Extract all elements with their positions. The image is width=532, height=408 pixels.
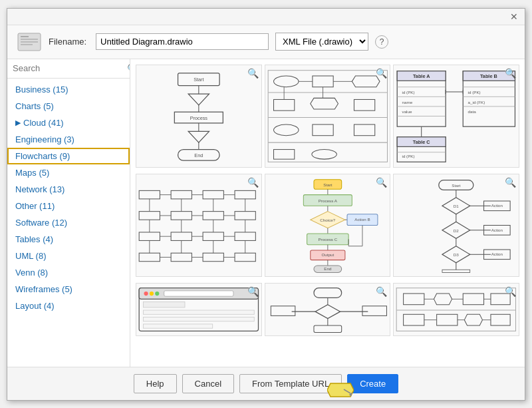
format-select[interactable]: XML File (.drawio) [275, 33, 368, 51]
svg-text:End: End [324, 266, 332, 271]
magnify-icon-5: 🔍 [376, 177, 387, 188]
template-thumb-9[interactable]: 🔍 [393, 283, 519, 336]
svg-rect-177 [404, 314, 424, 325]
magnify-icon-4: 🔍 [247, 177, 259, 188]
sidebar-item-engineering[interactable]: Engineering (3) [7, 131, 130, 148]
svg-point-151 [144, 291, 148, 295]
template-thumb-3[interactable]: 🔍 Table A id (PK) name value T [393, 65, 519, 168]
close-button[interactable]: ✕ [507, 11, 521, 22]
sidebar-item-venn[interactable]: Venn (8) [7, 264, 130, 281]
svg-text:a_id (FK): a_id (FK) [468, 99, 485, 104]
svg-rect-93 [139, 253, 160, 262]
svg-rect-156 [143, 310, 254, 314]
sidebar-item-business[interactable]: Business (15) [7, 81, 130, 98]
svg-text:Action: Action [491, 203, 503, 208]
svg-text:Process C: Process C [318, 237, 337, 242]
magnify-icon-7: 🔍 [247, 286, 259, 297]
template-thumb-2[interactable]: 🔍 [265, 65, 391, 168]
svg-marker-161 [315, 304, 340, 318]
filename-label: Filename: [49, 37, 86, 47]
cloud-arrow-icon: ▶ [15, 118, 21, 127]
svg-rect-155 [143, 302, 185, 307]
sidebar: 🔍 Business (15) Charts (5) ▶ Cloud (41) … [7, 59, 130, 367]
template-thumb-4[interactable]: 🔍 [136, 174, 262, 277]
sidebar-item-charts[interactable]: Charts (5) [7, 98, 130, 114]
svg-rect-71 [139, 211, 160, 220]
svg-rect-4 [21, 44, 33, 45]
template-thumb-1[interactable]: 🔍 Start Process End [136, 65, 262, 168]
svg-rect-180 [491, 314, 510, 325]
search-input[interactable] [13, 63, 124, 73]
sidebar-item-flowcharts[interactable]: Flowcharts (9) [7, 148, 130, 164]
svg-rect-26 [354, 99, 374, 110]
svg-rect-157 [143, 317, 254, 321]
svg-rect-3 [21, 41, 38, 43]
svg-rect-148 [442, 270, 470, 272]
svg-text:Process: Process [190, 114, 208, 120]
svg-rect-28 [313, 124, 333, 136]
svg-text:D3: D3 [454, 252, 460, 257]
sidebar-item-software[interactable]: Software (12) [7, 214, 130, 231]
svg-marker-179 [465, 314, 483, 325]
svg-rect-30 [273, 149, 294, 159]
filename-input[interactable] [96, 33, 269, 50]
svg-text:Action B: Action B [354, 217, 370, 222]
template-thumb-8[interactable]: 🔍 [265, 283, 391, 336]
sidebar-item-uml[interactable]: UML (8) [7, 248, 130, 264]
svg-rect-84 [203, 232, 223, 240]
svg-rect-159 [314, 288, 342, 298]
svg-point-152 [150, 291, 154, 295]
sidebar-item-layout[interactable]: Layout (4) [7, 298, 130, 314]
category-list: Business (15) Charts (5) ▶ Cloud (41) En… [7, 79, 130, 317]
svg-rect-168 [396, 288, 515, 331]
help-button[interactable]: Help [134, 374, 177, 393]
svg-rect-154 [164, 290, 233, 296]
svg-text:Action: Action [491, 252, 503, 256]
template-thumb-6[interactable]: 🔍 Start D1 Action D2 [393, 174, 519, 277]
svg-text:Start: Start [194, 77, 203, 83]
svg-rect-22 [313, 76, 333, 87]
sidebar-item-other[interactable]: Other (11) [7, 198, 130, 214]
cancel-button[interactable]: Cancel [182, 374, 234, 393]
svg-rect-170 [404, 294, 424, 305]
sidebar-item-cloud[interactable]: ▶ Cloud (41) [7, 114, 130, 131]
magnify-icon-3: 🔍 [505, 68, 516, 79]
dialog: ✕ Filename: XML File (.drawio) ? 🔍 Busin… [7, 8, 525, 401]
template-thumb-5[interactable]: 🔍 Start Process A Choice? [265, 174, 391, 277]
sidebar-item-wireframes[interactable]: Wireframes (5) [7, 281, 130, 298]
svg-text:Choice?: Choice? [320, 218, 335, 222]
svg-rect-83 [171, 232, 192, 240]
svg-rect-167 [271, 306, 295, 315]
from-template-url-button[interactable]: From Template URL [239, 374, 342, 393]
magnify-icon-2: 🔍 [376, 68, 387, 79]
svg-text:id (PK): id (PK) [402, 154, 415, 158]
svg-rect-85 [235, 232, 255, 240]
svg-text:name: name [402, 99, 413, 104]
title-bar: ✕ [7, 9, 525, 25]
svg-rect-178 [437, 314, 458, 325]
sidebar-item-tables[interactable]: Tables (4) [7, 231, 130, 248]
search-box: 🔍 [7, 59, 130, 79]
svg-rect-64 [139, 190, 160, 199]
create-button-hint: Create [347, 374, 398, 393]
svg-rect-158 [143, 323, 212, 327]
svg-text:data: data [468, 109, 477, 114]
footer: Help Cancel From Template URL Create [7, 367, 525, 400]
sidebar-item-network[interactable]: Network (13) [7, 181, 130, 198]
magnify-icon-1: 🔍 [247, 68, 259, 79]
svg-rect-29 [354, 124, 374, 136]
create-button[interactable]: Create [347, 374, 398, 393]
svg-rect-172 [464, 294, 484, 305]
svg-marker-171 [434, 294, 452, 305]
svg-rect-72 [171, 211, 192, 220]
template-thumb-7[interactable]: 🔍 [136, 283, 262, 336]
svg-point-31 [312, 149, 337, 159]
svg-rect-73 [203, 211, 223, 220]
help-icon-button[interactable]: ? [375, 35, 388, 49]
svg-rect-17 [268, 70, 387, 162]
svg-rect-163 [314, 325, 342, 331]
sidebar-item-maps[interactable]: Maps (5) [7, 164, 130, 181]
svg-text:Process A: Process A [318, 198, 337, 203]
svg-text:Table C: Table C [413, 139, 430, 145]
magnify-icon-6: 🔍 [505, 177, 516, 188]
